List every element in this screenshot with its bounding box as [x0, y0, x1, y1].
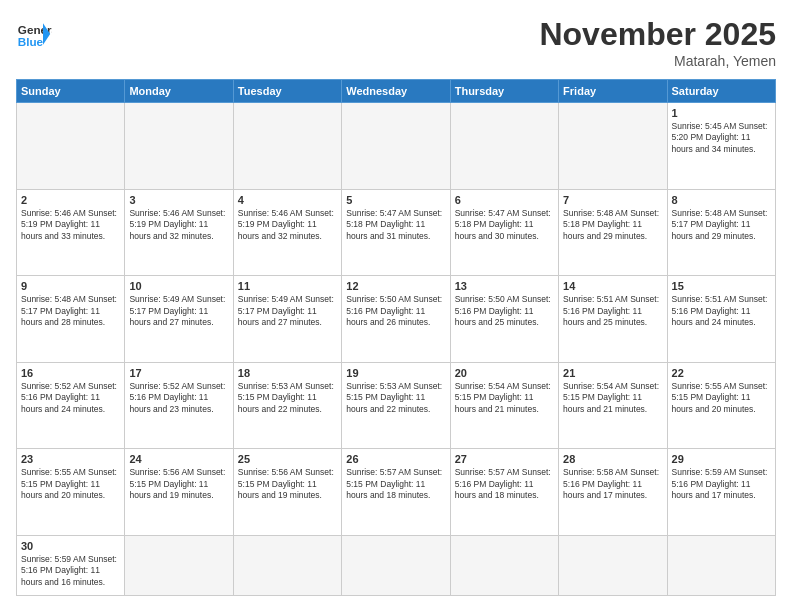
calendar-cell	[450, 536, 558, 596]
day-info: Sunrise: 5:53 AM Sunset: 5:15 PM Dayligh…	[346, 381, 445, 415]
day-number: 29	[672, 453, 771, 465]
calendar-cell	[559, 103, 667, 190]
day-number: 3	[129, 194, 228, 206]
calendar-table: SundayMondayTuesdayWednesdayThursdayFrid…	[16, 79, 776, 596]
calendar-cell	[342, 536, 450, 596]
day-number: 19	[346, 367, 445, 379]
calendar-cell: 13Sunrise: 5:50 AM Sunset: 5:16 PM Dayli…	[450, 276, 558, 363]
day-number: 6	[455, 194, 554, 206]
weekday-header-sunday: Sunday	[17, 80, 125, 103]
calendar-cell	[233, 103, 341, 190]
calendar-cell: 11Sunrise: 5:49 AM Sunset: 5:17 PM Dayli…	[233, 276, 341, 363]
calendar-cell: 9Sunrise: 5:48 AM Sunset: 5:17 PM Daylig…	[17, 276, 125, 363]
day-info: Sunrise: 5:49 AM Sunset: 5:17 PM Dayligh…	[129, 294, 228, 328]
title-block: November 2025 Matarah, Yemen	[539, 16, 776, 69]
day-info: Sunrise: 5:47 AM Sunset: 5:18 PM Dayligh…	[455, 208, 554, 242]
day-info: Sunrise: 5:55 AM Sunset: 5:15 PM Dayligh…	[21, 467, 120, 501]
calendar-cell: 24Sunrise: 5:56 AM Sunset: 5:15 PM Dayli…	[125, 449, 233, 536]
day-number: 4	[238, 194, 337, 206]
calendar-cell	[667, 536, 775, 596]
day-info: Sunrise: 5:53 AM Sunset: 5:15 PM Dayligh…	[238, 381, 337, 415]
calendar-cell: 1Sunrise: 5:45 AM Sunset: 5:20 PM Daylig…	[667, 103, 775, 190]
day-info: Sunrise: 5:58 AM Sunset: 5:16 PM Dayligh…	[563, 467, 662, 501]
day-number: 27	[455, 453, 554, 465]
weekday-header-friday: Friday	[559, 80, 667, 103]
calendar-cell: 10Sunrise: 5:49 AM Sunset: 5:17 PM Dayli…	[125, 276, 233, 363]
day-info: Sunrise: 5:46 AM Sunset: 5:19 PM Dayligh…	[129, 208, 228, 242]
calendar-cell: 7Sunrise: 5:48 AM Sunset: 5:18 PM Daylig…	[559, 189, 667, 276]
calendar-cell: 26Sunrise: 5:57 AM Sunset: 5:15 PM Dayli…	[342, 449, 450, 536]
calendar-cell	[17, 103, 125, 190]
day-info: Sunrise: 5:52 AM Sunset: 5:16 PM Dayligh…	[21, 381, 120, 415]
day-info: Sunrise: 5:51 AM Sunset: 5:16 PM Dayligh…	[672, 294, 771, 328]
day-info: Sunrise: 5:48 AM Sunset: 5:18 PM Dayligh…	[563, 208, 662, 242]
weekday-header-wednesday: Wednesday	[342, 80, 450, 103]
calendar-cell: 6Sunrise: 5:47 AM Sunset: 5:18 PM Daylig…	[450, 189, 558, 276]
day-info: Sunrise: 5:54 AM Sunset: 5:15 PM Dayligh…	[455, 381, 554, 415]
calendar-cell	[125, 536, 233, 596]
calendar-cell: 5Sunrise: 5:47 AM Sunset: 5:18 PM Daylig…	[342, 189, 450, 276]
day-info: Sunrise: 5:45 AM Sunset: 5:20 PM Dayligh…	[672, 121, 771, 155]
svg-text:Blue: Blue	[18, 35, 44, 48]
day-info: Sunrise: 5:50 AM Sunset: 5:16 PM Dayligh…	[346, 294, 445, 328]
day-info: Sunrise: 5:48 AM Sunset: 5:17 PM Dayligh…	[21, 294, 120, 328]
calendar-cell: 22Sunrise: 5:55 AM Sunset: 5:15 PM Dayli…	[667, 362, 775, 449]
calendar-cell: 12Sunrise: 5:50 AM Sunset: 5:16 PM Dayli…	[342, 276, 450, 363]
calendar-cell: 29Sunrise: 5:59 AM Sunset: 5:16 PM Dayli…	[667, 449, 775, 536]
weekday-header-tuesday: Tuesday	[233, 80, 341, 103]
day-info: Sunrise: 5:57 AM Sunset: 5:15 PM Dayligh…	[346, 467, 445, 501]
calendar-cell: 30Sunrise: 5:59 AM Sunset: 5:16 PM Dayli…	[17, 536, 125, 596]
day-number: 17	[129, 367, 228, 379]
day-number: 16	[21, 367, 120, 379]
logo: General Blue	[16, 16, 52, 52]
day-number: 30	[21, 540, 120, 552]
calendar-cell: 3Sunrise: 5:46 AM Sunset: 5:19 PM Daylig…	[125, 189, 233, 276]
calendar-cell	[559, 536, 667, 596]
day-number: 7	[563, 194, 662, 206]
day-number: 13	[455, 280, 554, 292]
location: Matarah, Yemen	[539, 53, 776, 69]
day-number: 23	[21, 453, 120, 465]
day-number: 15	[672, 280, 771, 292]
day-number: 25	[238, 453, 337, 465]
calendar-cell: 23Sunrise: 5:55 AM Sunset: 5:15 PM Dayli…	[17, 449, 125, 536]
day-info: Sunrise: 5:55 AM Sunset: 5:15 PM Dayligh…	[672, 381, 771, 415]
day-info: Sunrise: 5:47 AM Sunset: 5:18 PM Dayligh…	[346, 208, 445, 242]
calendar-cell	[342, 103, 450, 190]
calendar-cell	[233, 536, 341, 596]
calendar-cell: 4Sunrise: 5:46 AM Sunset: 5:19 PM Daylig…	[233, 189, 341, 276]
calendar-cell: 20Sunrise: 5:54 AM Sunset: 5:15 PM Dayli…	[450, 362, 558, 449]
day-number: 21	[563, 367, 662, 379]
day-number: 20	[455, 367, 554, 379]
day-number: 11	[238, 280, 337, 292]
day-number: 10	[129, 280, 228, 292]
calendar-cell: 21Sunrise: 5:54 AM Sunset: 5:15 PM Dayli…	[559, 362, 667, 449]
month-title: November 2025	[539, 16, 776, 53]
day-number: 5	[346, 194, 445, 206]
day-info: Sunrise: 5:56 AM Sunset: 5:15 PM Dayligh…	[129, 467, 228, 501]
day-info: Sunrise: 5:46 AM Sunset: 5:19 PM Dayligh…	[21, 208, 120, 242]
calendar-cell: 17Sunrise: 5:52 AM Sunset: 5:16 PM Dayli…	[125, 362, 233, 449]
day-info: Sunrise: 5:56 AM Sunset: 5:15 PM Dayligh…	[238, 467, 337, 501]
day-info: Sunrise: 5:54 AM Sunset: 5:15 PM Dayligh…	[563, 381, 662, 415]
calendar-cell: 19Sunrise: 5:53 AM Sunset: 5:15 PM Dayli…	[342, 362, 450, 449]
day-number: 18	[238, 367, 337, 379]
day-info: Sunrise: 5:52 AM Sunset: 5:16 PM Dayligh…	[129, 381, 228, 415]
weekday-header-monday: Monday	[125, 80, 233, 103]
day-info: Sunrise: 5:46 AM Sunset: 5:19 PM Dayligh…	[238, 208, 337, 242]
weekday-header-saturday: Saturday	[667, 80, 775, 103]
calendar-cell: 8Sunrise: 5:48 AM Sunset: 5:17 PM Daylig…	[667, 189, 775, 276]
calendar-cell: 15Sunrise: 5:51 AM Sunset: 5:16 PM Dayli…	[667, 276, 775, 363]
day-number: 22	[672, 367, 771, 379]
calendar-cell	[450, 103, 558, 190]
day-number: 12	[346, 280, 445, 292]
header: General Blue November 2025 Matarah, Yeme…	[16, 16, 776, 69]
day-info: Sunrise: 5:50 AM Sunset: 5:16 PM Dayligh…	[455, 294, 554, 328]
day-info: Sunrise: 5:57 AM Sunset: 5:16 PM Dayligh…	[455, 467, 554, 501]
day-number: 2	[21, 194, 120, 206]
day-number: 14	[563, 280, 662, 292]
day-number: 1	[672, 107, 771, 119]
day-number: 8	[672, 194, 771, 206]
day-info: Sunrise: 5:59 AM Sunset: 5:16 PM Dayligh…	[672, 467, 771, 501]
day-info: Sunrise: 5:51 AM Sunset: 5:16 PM Dayligh…	[563, 294, 662, 328]
